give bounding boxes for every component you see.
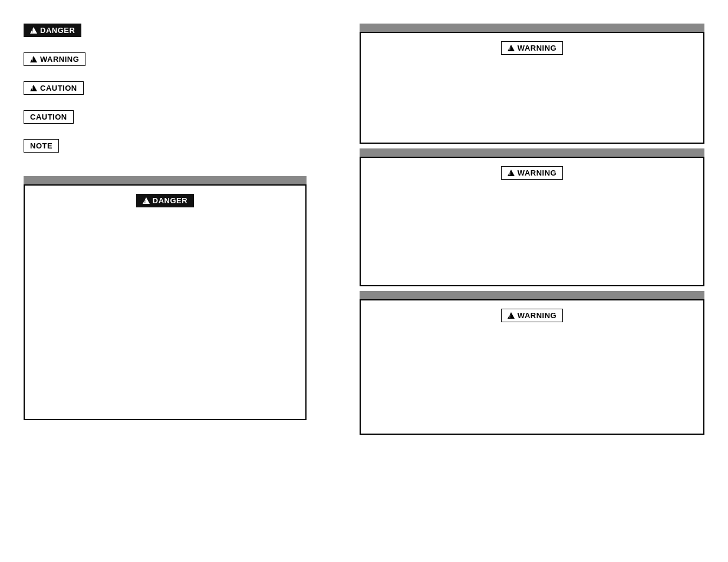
danger-notice-header: DANGER: [35, 194, 295, 207]
warning-notice-triangle-icon-2: [508, 170, 515, 176]
warning-notice-header-1: WARNING: [371, 41, 693, 55]
danger-notice-box: DANGER: [24, 184, 307, 420]
caution-plain-badge: CAUTION: [24, 110, 74, 124]
warning-label: WARNING: [40, 55, 79, 64]
warning-notice-header-2: WARNING: [371, 166, 693, 180]
legend-caution-filled: CAUTION: [24, 81, 342, 95]
warning-notice-box-3: WARNING: [360, 299, 704, 435]
right-section-3: WARNING: [360, 291, 704, 435]
left-section-bar: [24, 176, 307, 184]
legend-note: NOTE: [24, 139, 342, 153]
warning-notice-badge-2: WARNING: [501, 166, 563, 180]
note-badge: NOTE: [24, 139, 59, 153]
warning-notice-badge-1: WARNING: [501, 41, 563, 55]
left-column: DANGER WARNING CAUTION CAUTION: [24, 24, 342, 538]
spacer-1: [360, 144, 704, 148]
warning-notice-label-1: WARNING: [518, 44, 556, 52]
legend-caution-plain: CAUTION: [24, 110, 342, 124]
right-section-1: WARNING: [360, 24, 704, 144]
legend-warning: WARNING: [24, 52, 342, 66]
right-section-bar-2: [360, 148, 704, 157]
danger-triangle-icon: [30, 27, 37, 34]
warning-notice-box-1: WARNING: [360, 32, 704, 144]
warning-badge: WARNING: [24, 52, 85, 66]
warning-notice-triangle-icon-1: [508, 45, 515, 51]
danger-badge: DANGER: [24, 24, 81, 37]
right-column: WARNING WARNING: [360, 24, 704, 538]
caution-plain-label: CAUTION: [30, 113, 67, 121]
note-label: NOTE: [30, 141, 52, 150]
warning-notice-header-3: WARNING: [371, 309, 693, 322]
caution-filled-triangle-icon: [30, 85, 37, 91]
page: DANGER WARNING CAUTION CAUTION: [0, 0, 728, 562]
warning-notice-label-2: WARNING: [518, 168, 556, 177]
danger-notice-triangle-icon: [143, 197, 150, 204]
right-section-bar-1: [360, 24, 704, 32]
right-section-2: WARNING: [360, 148, 704, 286]
caution-filled-label: CAUTION: [40, 84, 77, 92]
warning-notice-box-2: WARNING: [360, 157, 704, 286]
right-section-bar-3: [360, 291, 704, 299]
warning-notice-badge-3: WARNING: [501, 309, 563, 322]
caution-filled-badge: CAUTION: [24, 81, 84, 95]
warning-triangle-icon: [30, 56, 37, 62]
warning-notice-triangle-icon-3: [508, 312, 515, 319]
danger-label: DANGER: [40, 26, 75, 35]
warning-notice-label-3: WARNING: [518, 311, 556, 320]
legend-danger: DANGER: [24, 24, 342, 37]
danger-notice-label: DANGER: [153, 196, 187, 205]
danger-notice-badge: DANGER: [136, 194, 194, 207]
spacer-2: [360, 286, 704, 291]
